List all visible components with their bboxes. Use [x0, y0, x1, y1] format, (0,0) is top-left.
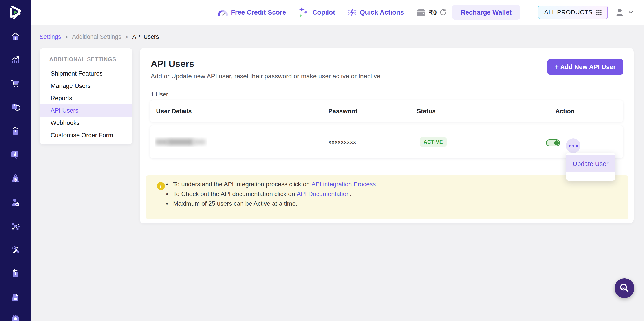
table-header-row: User Details Password Status Action: [150, 100, 623, 122]
shiprocket-logo-icon: [7, 3, 24, 20]
svg-text:kg: kg: [14, 179, 17, 181]
user-email-redacted: [155, 137, 208, 147]
page-subtitle: Add or Update new API user, reset their …: [151, 73, 380, 80]
network-icon: [10, 221, 20, 231]
wallet-icon: [416, 8, 426, 17]
breadcrumb-separator: >: [65, 34, 68, 40]
sidebar-item-billing[interactable]: [10, 292, 20, 302]
refresh-icon[interactable]: [439, 8, 447, 17]
free-credit-score-link[interactable]: Free Credit Score: [218, 8, 286, 16]
menu-item-api-users[interactable]: API Users: [40, 104, 132, 117]
analytics-icon: [10, 55, 20, 65]
password-mask: xxxxxxxxx: [328, 126, 356, 158]
sidebar-item-settings[interactable]: [10, 314, 20, 321]
menu-title: ADDITIONAL SETTINGS: [40, 56, 132, 63]
dot: [568, 145, 570, 147]
home-icon: [10, 32, 20, 41]
col-header-status: Status: [417, 100, 436, 122]
copilot-sparkles-icon: [298, 6, 309, 19]
quick-actions-bolt-icon: [347, 7, 357, 18]
page-title: API Users: [151, 59, 194, 69]
quick-actions-link[interactable]: Quick Actions: [347, 7, 404, 18]
user-check-icon: [10, 197, 20, 207]
header-divider: [341, 7, 341, 18]
api-users-panel: API Users Add or Update new API user, re…: [140, 48, 634, 223]
dot: [576, 145, 578, 147]
api-integration-process-link[interactable]: API integration Process: [312, 181, 376, 188]
info-icon: i: [157, 182, 165, 190]
bullet-text: .: [376, 181, 378, 188]
copilot-link[interactable]: Copilot: [298, 6, 335, 19]
sidebar-item-buyer-verification[interactable]: [10, 197, 20, 207]
dot: [572, 145, 574, 147]
menu-item-manage-users[interactable]: Manage Users: [40, 80, 132, 92]
menu-item-customise-order-form[interactable]: Customise Order Form: [40, 129, 132, 141]
sidebar-item-weight[interactable]: kg: [10, 174, 20, 183]
quick-actions-label: Quick Actions: [360, 9, 404, 16]
tools-icon: [10, 245, 20, 255]
info-bullet-3: Maximum of 25 users can be Active at a t…: [173, 200, 297, 207]
copilot-label: Copilot: [312, 9, 335, 16]
search-smile-icon: [618, 282, 630, 294]
table-row: xxxxxxxxx ACTIVE: [150, 126, 623, 158]
additional-settings-menu: ADDITIONAL SETTINGS Shipment Features Ma…: [40, 48, 132, 144]
info-bullet-2: To Check out the API documentation click…: [173, 190, 352, 197]
col-header-user-details: User Details: [156, 100, 192, 122]
chat-icon: [10, 150, 20, 160]
col-header-action: Action: [555, 100, 574, 122]
sidebar-item-home[interactable]: [10, 32, 20, 41]
bullet-text: .: [350, 190, 352, 197]
sidebar-item-engage[interactable]: [10, 150, 20, 160]
status-badge: ACTIVE: [420, 137, 447, 147]
header-divider: [526, 7, 526, 18]
row-actions-menu-button[interactable]: [566, 139, 580, 153]
avatar-icon: [616, 8, 624, 17]
info-bullet-1: To understand the API integration proces…: [173, 181, 378, 188]
package-return-icon: [10, 102, 20, 112]
menu-item-reports[interactable]: Reports: [40, 92, 132, 104]
account-menu[interactable]: [616, 8, 634, 17]
add-new-api-user-button[interactable]: + Add New API User: [548, 59, 623, 75]
sidebar-item-integrations[interactable]: [10, 221, 20, 231]
package-undo-icon: [10, 126, 20, 136]
free-credit-score-label: Free Credit Score: [231, 9, 286, 16]
bullet-text: Maximum of 25 users can be Active at a t…: [173, 200, 297, 207]
sidebar-item-orders[interactable]: [10, 79, 20, 88]
document-icon: [10, 292, 20, 302]
cart-icon: [10, 79, 20, 88]
recharge-wallet-button[interactable]: Recharge Wallet: [452, 5, 520, 20]
sidebar-item-analytics[interactable]: [10, 55, 20, 65]
breadcrumb-separator: >: [125, 34, 128, 40]
sidebar-item-returns[interactable]: [10, 102, 20, 112]
bullet-text: To understand the API integration proces…: [173, 181, 312, 188]
all-products-label: ALL PRODUCTS: [544, 9, 592, 16]
row-actions-dropdown: Update User: [566, 153, 615, 181]
gear-icon: [10, 314, 20, 321]
info-box: i To understand the API integration proc…: [146, 175, 628, 219]
breadcrumb-additional-settings[interactable]: Additional Settings: [72, 34, 122, 40]
header-divider: [292, 7, 292, 18]
help-widget-button[interactable]: [614, 278, 634, 298]
header-divider: [410, 7, 410, 18]
breadcrumb: Settings > Additional Settings > API Use…: [40, 34, 159, 40]
update-user-menu-item[interactable]: Update User: [566, 155, 615, 172]
active-toggle[interactable]: [546, 139, 560, 146]
sidebar-item-tools[interactable]: [10, 245, 20, 255]
weight-icon: kg: [10, 174, 20, 183]
breadcrumb-current: API Users: [132, 34, 159, 40]
all-products-button[interactable]: ALL PRODUCTS: [538, 6, 608, 19]
breadcrumb-settings[interactable]: Settings: [40, 34, 61, 40]
menu-item-shipment-features[interactable]: Shipment Features: [40, 67, 132, 80]
box-return-icon: [10, 269, 20, 278]
api-documentation-link[interactable]: API Documentation: [297, 190, 350, 197]
col-header-password: Password: [328, 100, 358, 122]
left-nav-rail: kg: [0, 0, 31, 321]
brand-logo[interactable]: [7, 3, 24, 20]
credit-score-gauge-icon: [218, 8, 228, 16]
top-header: Free Credit Score Copilot Quick Actions …: [31, 0, 644, 25]
grid-apps-icon: [596, 10, 602, 15]
sidebar-item-reassign[interactable]: [10, 126, 20, 136]
sidebar-item-postship[interactable]: [10, 269, 20, 278]
chevron-down-icon: [628, 11, 634, 14]
menu-item-webhooks[interactable]: Webhooks: [40, 117, 132, 129]
